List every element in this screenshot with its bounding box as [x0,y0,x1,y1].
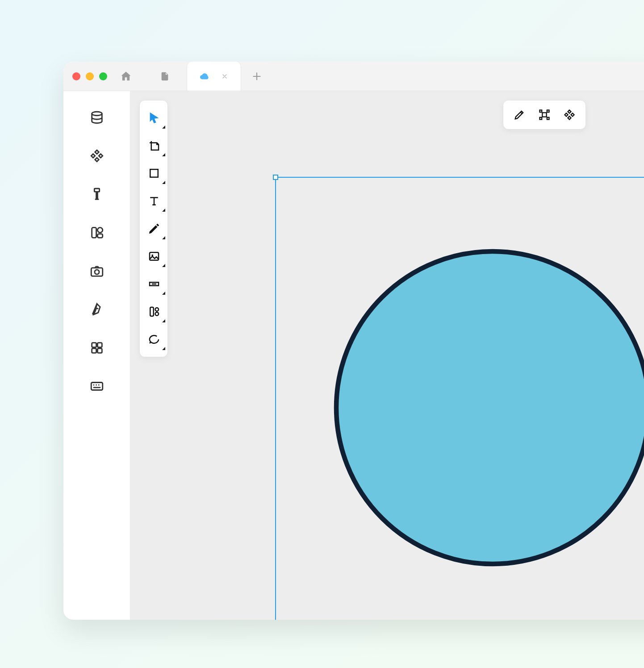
components-icon [89,148,105,163]
icons-icon [89,225,105,240]
sidebar-item-ui-kits[interactable] [63,332,130,371]
svg-point-3 [97,228,102,233]
file-icon [160,71,170,81]
pencil-icon [513,109,526,121]
styles-icon [89,187,105,202]
svg-rect-7 [92,343,96,347]
cloud-icon [200,71,209,81]
square-icon [147,167,161,180]
sidebar-item-styles[interactable] [63,179,130,217]
svg-rect-1 [94,188,99,192]
svg-rect-22 [547,110,549,113]
svg-rect-5 [91,268,103,276]
svg-rect-21 [540,110,542,113]
minimize-window-button[interactable] [86,72,94,80]
close-window-button[interactable] [72,72,80,80]
svg-point-6 [95,270,99,274]
svg-rect-24 [547,117,549,120]
app-window [63,62,644,620]
svg-point-18 [155,308,159,311]
tool-artboard[interactable] [140,132,168,159]
pen-icon [147,222,161,235]
component-tool-icon [147,305,161,318]
maximize-window-button[interactable] [99,72,107,80]
svg-rect-13 [150,169,158,177]
tool-select[interactable] [140,104,168,132]
selection-handle-nw[interactable] [273,175,278,180]
transform-button[interactable] [532,104,557,125]
titlebar [63,62,644,91]
plus-icon [251,71,263,82]
sidebar-item-shortcuts[interactable] [63,371,130,409]
components-button[interactable] [557,104,582,125]
svg-rect-17 [150,307,154,316]
sidebar-item-objects[interactable] [63,102,130,140]
tool-rectangle[interactable] [140,159,168,187]
tab-new-ui-system[interactable] [147,62,187,91]
pie-chart[interactable] [327,230,644,573]
tool-pen[interactable] [140,215,168,242]
tool-slice[interactable] [140,270,168,298]
sidebar-item-photos[interactable] [63,255,130,294]
svg-rect-11 [91,383,103,390]
comment-icon [147,333,161,346]
new-tab-button[interactable] [251,71,263,82]
svg-rect-9 [92,348,96,353]
svg-rect-8 [97,343,102,347]
tool-comment[interactable] [140,326,168,353]
svg-rect-10 [97,348,102,353]
keyboard-icon [89,379,105,394]
grid-icon [89,340,105,355]
tab-graphic-lift[interactable] [187,62,241,91]
tool-image[interactable] [140,242,168,270]
svg-rect-4 [97,234,102,238]
text-icon [147,194,161,208]
sidebar-item-icons[interactable] [63,217,130,255]
svg-rect-20 [542,113,546,117]
cursor-icon [147,111,161,125]
pie-depth [336,251,644,564]
tool-text[interactable] [140,187,168,215]
home-button[interactable] [120,70,132,83]
camera-icon [89,263,105,279]
diamond-grid-icon [563,109,576,121]
svg-point-0 [92,112,102,116]
home-icon [120,70,132,83]
slice-icon [147,277,161,291]
image-icon [147,250,161,263]
sidebar-item-illustrations[interactable] [63,294,130,332]
library-sidebar [63,91,130,620]
window-controls [72,72,107,80]
app-body [63,91,644,620]
sidebar-item-components[interactable] [63,140,130,179]
svg-rect-2 [92,228,96,238]
artboard-icon [147,139,161,152]
tool-palette [139,100,168,357]
tool-component[interactable] [140,298,168,326]
edit-button[interactable] [507,104,532,125]
close-tab-icon[interactable] [221,73,228,80]
canvas[interactable] [130,91,644,620]
objects-icon [89,110,105,125]
svg-point-25 [336,251,644,564]
svg-rect-23 [540,117,542,120]
transform-icon [538,109,551,121]
pen-nib-icon [89,302,105,317]
svg-rect-14 [150,252,159,260]
svg-point-19 [155,312,159,316]
canvas-top-toolbar [503,100,586,129]
svg-marker-12 [150,113,158,123]
